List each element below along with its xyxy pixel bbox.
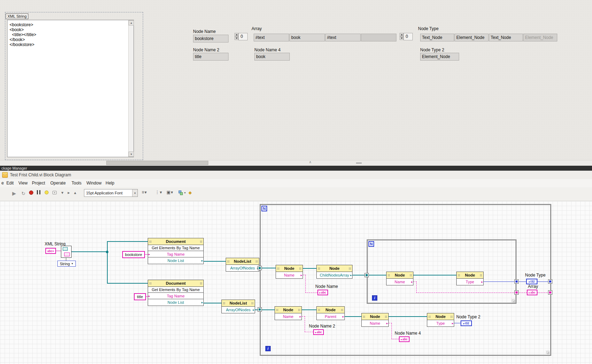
property-node-name-1[interactable]: Node Name▸ <box>276 265 303 279</box>
collapse-chevron-icon[interactable]: ∧ <box>309 160 311 164</box>
loop-tunnel[interactable] <box>548 290 552 295</box>
decrement-button[interactable] <box>235 36 238 40</box>
loop-tunnel[interactable] <box>258 266 262 270</box>
property-node-type-inner[interactable]: Node Type▸ <box>456 272 484 285</box>
step-over-button[interactable]: ▸ <box>66 190 72 195</box>
menu-window[interactable]: Window <box>85 180 103 186</box>
property-node-nodelist-1[interactable]: NodeList ArrayOfNodes▸ <box>226 258 259 272</box>
xml-string-terminal[interactable]: abc▸ <box>45 248 56 254</box>
abort-button[interactable] <box>29 190 33 195</box>
loop-tunnel[interactable] <box>514 279 519 284</box>
menu-help[interactable]: Help <box>104 180 116 186</box>
node-type-indicator-terminal[interactable]: ▸I32 <box>526 279 537 284</box>
menu-file-fragment[interactable]: e <box>0 180 5 186</box>
input-arrow-icon: ▸ <box>148 252 150 256</box>
loop-resize-handle[interactable] <box>512 299 515 302</box>
reorder-dropdown[interactable]: ▾ <box>179 190 186 196</box>
loop-count-terminal[interactable]: N <box>368 241 374 247</box>
font-selector[interactable]: 15pt Application Font ▼ <box>84 189 138 197</box>
node-name-4-label: Node Name 4 <box>254 47 281 52</box>
bookstore-string-constant[interactable]: bookstore <box>122 251 145 258</box>
menu-view[interactable]: View <box>17 180 29 186</box>
property-node-type-2[interactable]: Node Type▸ <box>427 313 454 327</box>
invoke-node-row: ▸Tag Name <box>148 251 203 257</box>
node-name-4-indicator-terminal[interactable]: ▸abc <box>399 336 410 342</box>
property-node-nodelist-2[interactable]: NodeList ArrayOfNodes▸ <box>221 300 255 313</box>
invoke-node-document-2[interactable]: Document Get Elements By Tag Name ▸Tag N… <box>148 280 204 306</box>
menu-operate[interactable]: Operate <box>49 180 67 186</box>
node-corner-icon <box>318 309 320 311</box>
step-into-button[interactable]: ▾ <box>60 190 65 195</box>
chevron-down-icon[interactable]: ▼ <box>132 189 137 197</box>
array-index-control[interactable]: 0 <box>235 33 248 40</box>
array-element-3[interactable]: #text <box>325 34 361 41</box>
retain-wire-values-button[interactable] <box>52 191 57 194</box>
wire <box>305 275 306 293</box>
property-node-parent[interactable]: Node Parent▸ <box>316 306 345 320</box>
loop-tunnel[interactable] <box>365 273 369 277</box>
menu-project[interactable]: Project <box>30 180 46 186</box>
node-name-4-field[interactable]: book <box>254 53 290 61</box>
splitter-handle[interactable] <box>356 163 362 164</box>
invoke-node-document-1[interactable]: Document Get Elements By Tag Name ▸Tag N… <box>148 238 204 264</box>
node-name-field[interactable]: bookstore <box>193 35 229 42</box>
cleanup-diagram-button[interactable]: ◆ <box>188 190 192 195</box>
node-type-2-indicator-terminal[interactable]: ▸I32 <box>461 320 472 326</box>
highlight-execution-button[interactable] <box>45 190 49 194</box>
scroll-up-button[interactable]: ▲ <box>129 20 134 25</box>
output-arrow-icon: ▸ <box>299 315 301 318</box>
menu-tools[interactable]: Tools <box>70 180 83 186</box>
array-index-value[interactable]: 0 <box>238 33 248 40</box>
loop-iteration-terminal[interactable]: i <box>372 295 377 301</box>
run-button[interactable]: ▶ <box>11 190 18 197</box>
node-type-element-1[interactable]: Text_Node <box>420 34 454 41</box>
property-node-name-2[interactable]: Node Name▸ <box>275 306 302 320</box>
title-string-constant[interactable]: title <box>134 293 146 300</box>
menu-edit[interactable]: Edit <box>5 180 15 186</box>
pause-button[interactable] <box>37 190 40 194</box>
xml-parse-node[interactable] <box>61 246 72 258</box>
loop-tunnel[interactable] <box>258 307 262 312</box>
scrollbar-thumb[interactable] <box>106 161 208 165</box>
decrement-button[interactable] <box>400 36 404 40</box>
step-out-button[interactable]: ▴ <box>72 190 78 195</box>
array-element-4[interactable] <box>361 34 396 41</box>
node-name-indicator-terminal[interactable]: ▸abc <box>317 290 328 295</box>
scroll-down-button[interactable]: ▼ <box>129 152 134 157</box>
property-name: Type <box>436 321 445 325</box>
property-node-childnodes[interactable]: Node ChildNodesArray▸ <box>316 265 353 279</box>
node-name-2-field[interactable]: title <box>193 53 229 61</box>
output-arrow-icon: ▸ <box>452 322 453 325</box>
increment-button[interactable] <box>235 33 238 36</box>
invoke-node-row: Node List▸ <box>148 257 203 264</box>
array-element-1[interactable]: #text <box>254 34 289 41</box>
xml-vertical-scrollbar[interactable]: ▲ ▼ <box>128 20 134 157</box>
property-node-name-inner[interactable]: Node Name▸ <box>386 272 413 285</box>
node-name-2-indicator-terminal[interactable]: ▸abc <box>313 329 324 335</box>
property-node-name-4[interactable]: Node Name▸ <box>361 313 389 327</box>
horizontal-scrollbar[interactable] <box>0 160 592 166</box>
property-name: Type <box>466 280 474 284</box>
loop-iteration-terminal[interactable]: i <box>265 346 271 351</box>
node-type-element-3[interactable]: Text_Node <box>489 34 523 41</box>
node-corner-icon <box>363 315 365 318</box>
property-node-header: Node <box>387 272 413 279</box>
node-type-index-control[interactable]: 0 <box>400 33 413 40</box>
distribute-objects-dropdown[interactable]: ⋮▾ <box>155 190 162 195</box>
string-type-selector[interactable]: String▼ <box>57 261 76 267</box>
node-type-2-field[interactable]: Element_Node <box>420 53 459 61</box>
loop-resize-handle[interactable] <box>546 351 549 354</box>
node-type-element-2[interactable]: Element_Node <box>455 34 489 41</box>
resize-objects-dropdown[interactable]: ▣▾ <box>167 190 173 195</box>
increment-button[interactable] <box>400 33 404 36</box>
run-continuous-button[interactable]: ↻ <box>20 190 27 197</box>
align-objects-dropdown[interactable]: ≡▾ <box>142 190 147 195</box>
loop-tunnel[interactable] <box>514 290 519 295</box>
loop-count-terminal[interactable]: N <box>261 206 267 211</box>
node-name-2-label: Node Name 2 <box>193 47 219 52</box>
array-indicator-terminal[interactable]: ▸abc <box>527 290 537 295</box>
node-type-index-value[interactable]: 0 <box>404 33 413 40</box>
loop-tunnel[interactable] <box>548 279 552 284</box>
node-type-element-4[interactable]: Element_Node <box>523 34 557 41</box>
array-element-2[interactable]: book <box>289 34 325 41</box>
